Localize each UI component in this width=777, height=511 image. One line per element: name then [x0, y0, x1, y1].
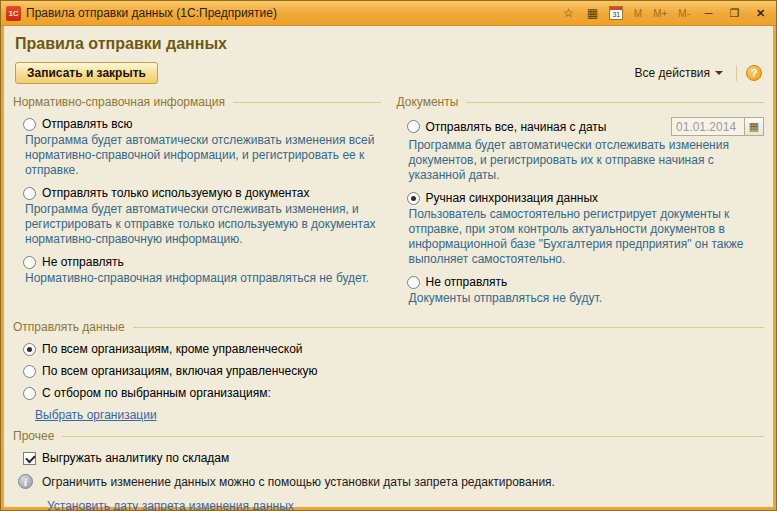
titlebar: 1С Правила отправки данных (1С:Предприят…: [1, 1, 776, 26]
radio-row-send-all-nsi[interactable]: Отправлять всю: [13, 117, 381, 131]
radio-label[interactable]: Не отправлять: [426, 275, 508, 289]
radio-label[interactable]: По всем организациям, включая управленче…: [42, 364, 318, 378]
radio-send-all-nsi[interactable]: [23, 118, 36, 131]
radio-all-orgs-incl-mgmt[interactable]: [23, 365, 36, 378]
group-send-data: Отправлять данные По всем организациям, …: [13, 320, 764, 423]
link-row: Выбрать организации: [13, 405, 764, 423]
1c-logo-icon: 1С: [6, 6, 21, 21]
command-bar: Записать и закрыть Все действия ?: [15, 62, 762, 84]
group-documents-title: Документы: [397, 95, 765, 109]
date-field-group: ▦: [671, 117, 764, 136]
close-button[interactable]: ✕: [750, 4, 771, 22]
date-picker-button[interactable]: ▦: [745, 117, 764, 136]
radio-no-send-nsi[interactable]: [23, 256, 36, 269]
radio-row-all-orgs-incl-mgmt[interactable]: По всем организациям, включая управленче…: [13, 364, 764, 378]
select-organizations-link[interactable]: Выбрать организации: [35, 408, 157, 422]
set-edit-ban-date-link[interactable]: Установить дату запрета изменения данных: [47, 499, 294, 510]
maximize-button[interactable]: ❐: [724, 4, 745, 22]
option-description: Документы отправляться не будут.: [397, 291, 765, 306]
logo-text: 1С: [8, 9, 18, 18]
memory-m-indicator: М: [631, 8, 645, 19]
radio-row-send-docs-from-date[interactable]: Отправлять все, начиная с даты ▦: [397, 117, 765, 136]
toolbar-separator: [736, 65, 737, 81]
calendar-glyph: 31: [609, 6, 623, 20]
chevron-down-icon: [715, 71, 723, 75]
radio-label[interactable]: По всем организациям, кроме управленческ…: [42, 342, 303, 356]
group-other: Прочее Выгружать аналитику по складам i …: [13, 429, 764, 510]
radio-all-orgs-except-mgmt[interactable]: [23, 343, 36, 356]
info-text: Ограничить изменение данных можно с помо…: [42, 475, 555, 489]
calendar-icon[interactable]: 31: [607, 5, 626, 22]
radio-label[interactable]: С отбором по выбранным организациям:: [42, 386, 271, 400]
app-window: 1С Правила отправки данных (1С:Предприят…: [0, 0, 777, 511]
radio-label[interactable]: Ручная синхронизация данных: [426, 191, 599, 205]
radio-send-docs-from-date[interactable]: [407, 120, 420, 133]
calendar-day: 31: [612, 10, 620, 20]
save-and-close-button[interactable]: Записать и закрыть: [15, 62, 158, 84]
radio-no-send-docs[interactable]: [407, 276, 420, 289]
radio-send-used-nsi[interactable]: [23, 187, 36, 200]
two-column-area: Нормативно-справочная информация Отправл…: [13, 92, 764, 317]
option-description: Программа будет автоматически отслеживат…: [13, 133, 381, 178]
form-content: Правила отправки данных Записать и закры…: [1, 26, 776, 510]
radio-label[interactable]: Отправлять всю: [42, 117, 133, 131]
minimize-button[interactable]: ─: [698, 4, 719, 22]
group-nsi: Нормативно-справочная информация Отправл…: [13, 92, 381, 313]
group-other-title: Прочее: [13, 429, 764, 443]
window-title: Правила отправки данных (1С:Предприятие): [26, 6, 277, 20]
group-nsi-title: Нормативно-справочная информация: [13, 95, 381, 109]
all-actions-button[interactable]: Все действия: [631, 64, 727, 82]
group-documents: Документы Отправлять все, начиная с даты…: [397, 92, 765, 313]
start-date-input[interactable]: [671, 117, 745, 136]
radio-row-no-send-nsi[interactable]: Не отправлять: [13, 255, 381, 269]
all-actions-label: Все действия: [635, 66, 710, 80]
radio-row-all-orgs-except-mgmt[interactable]: По всем организациям, кроме управленческ…: [13, 342, 764, 356]
option-description: Программа будет автоматически отслеживат…: [397, 138, 765, 183]
group-send-data-title: Отправлять данные: [13, 320, 764, 334]
checkbox-warehouse-analytics[interactable]: [23, 452, 36, 465]
radio-row-selected-orgs[interactable]: С отбором по выбранным организациям:: [13, 386, 764, 400]
link-row: Установить дату запрета изменения данных: [13, 496, 764, 510]
checkbox-label[interactable]: Выгружать аналитику по складам: [42, 451, 229, 465]
radio-row-manual-sync[interactable]: Ручная синхронизация данных: [397, 191, 765, 205]
option-description: Нормативно-справочная информация отправл…: [13, 271, 381, 286]
info-icon: i: [18, 474, 33, 489]
calculator-icon[interactable]: ▦: [583, 5, 602, 22]
radio-row-send-used-nsi[interactable]: Отправлять только используемую в докумен…: [13, 186, 381, 200]
option-description: Пользователь самостоятельно регистрирует…: [397, 207, 765, 267]
radio-selected-orgs[interactable]: [23, 387, 36, 400]
checkbox-row-warehouse-analytics[interactable]: Выгружать аналитику по складам: [13, 451, 764, 465]
radio-label[interactable]: Не отправлять: [42, 255, 124, 269]
help-button[interactable]: ?: [746, 65, 762, 81]
memory-m-minus-indicator: М-: [675, 8, 693, 19]
radio-row-no-send-docs[interactable]: Не отправлять: [397, 275, 765, 289]
radio-label[interactable]: Отправлять только используемую в докумен…: [42, 186, 310, 200]
radio-label[interactable]: Отправлять все, начиная с даты: [426, 120, 607, 134]
info-row: i Ограничить изменение данных можно с по…: [13, 474, 764, 489]
memory-m-plus-indicator: М+: [650, 8, 670, 19]
page-title: Правила отправки данных: [15, 35, 764, 53]
radio-manual-sync[interactable]: [407, 192, 420, 205]
favorites-icon[interactable]: ☆: [559, 5, 578, 22]
option-description: Программа будет автоматически отслеживат…: [13, 202, 381, 247]
